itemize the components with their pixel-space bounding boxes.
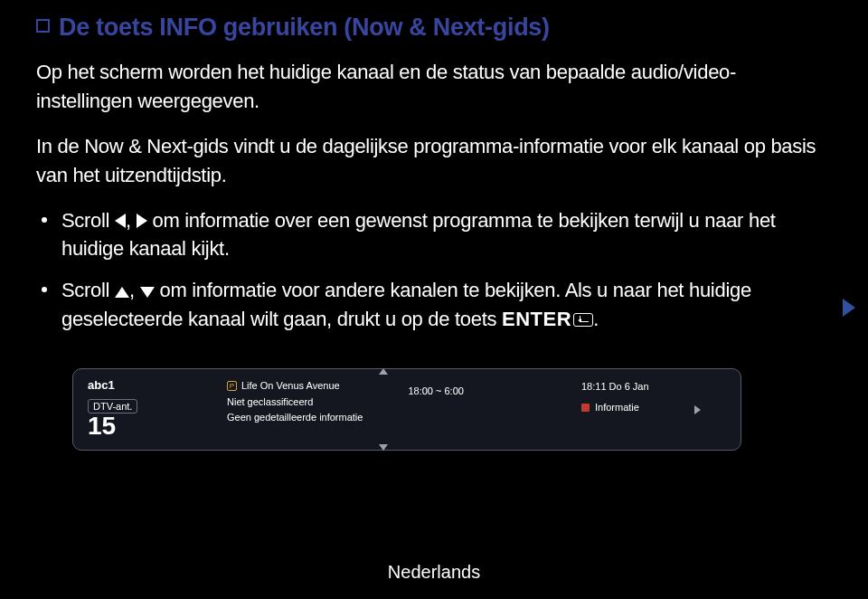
footer-language: Nederlands: [0, 562, 868, 583]
page-title: De toets INFO gebruiken (Now & Next-gids…: [59, 14, 550, 42]
arrow-right-icon: [137, 214, 147, 228]
bullet-2-text-a: Scroll: [61, 279, 115, 301]
osd-info-label: Informatie: [595, 399, 639, 416]
osd-panel: abc1 DTV-ant. 15 P Life On Venus Avenue …: [72, 368, 741, 451]
arrow-up-icon: [115, 287, 129, 298]
osd-nav-up-icon[interactable]: [379, 368, 388, 375]
bullet-item-2: Scroll , om informatie voor andere kanal…: [36, 276, 832, 334]
bullet-2-text-b: ,: [129, 279, 140, 301]
enter-label: ENTER: [502, 308, 571, 330]
osd-clock: 18:11 Do 6 Jan: [581, 378, 726, 395]
osd-time-range: 18:00 ~ 6:00: [408, 378, 463, 439]
bullet-2-text-c: om informatie voor andere kanalen te bek…: [61, 279, 751, 330]
bullet-1-text-a: Scroll: [61, 209, 115, 232]
red-button-icon: [581, 404, 590, 412]
intro-paragraph-2: In de Now & Next-gids vindt u de dagelij…: [36, 132, 832, 190]
osd-nav-right-icon[interactable]: [694, 405, 701, 414]
bullet-2-period: .: [593, 308, 599, 330]
intro-paragraph-1: Op het scherm worden het huidige kanaal …: [36, 58, 832, 116]
osd-channel-name: abc1: [88, 378, 214, 392]
title-bullet-icon: [36, 19, 50, 33]
osd-nav-down-icon[interactable]: [379, 444, 388, 451]
osd-no-detail: Geen gedetailleerde informatie: [227, 410, 363, 426]
enter-icon: [573, 313, 593, 327]
osd-channel-number: 15: [88, 414, 214, 439]
bullet-1-text-c: om informatie over een gewenst programma…: [61, 209, 776, 261]
osd-program-title: Life On Venus Avenue: [241, 378, 340, 395]
arrow-left-icon: [115, 214, 126, 228]
bullet-1-text-b: ,: [126, 209, 137, 232]
arrow-down-icon: [140, 287, 155, 298]
next-page-button[interactable]: [843, 299, 855, 317]
parental-icon: P: [227, 381, 237, 391]
bullet-item-1: Scroll , om informatie over een gewenst …: [36, 206, 832, 264]
osd-rating: Niet geclassificeerd: [227, 395, 363, 411]
